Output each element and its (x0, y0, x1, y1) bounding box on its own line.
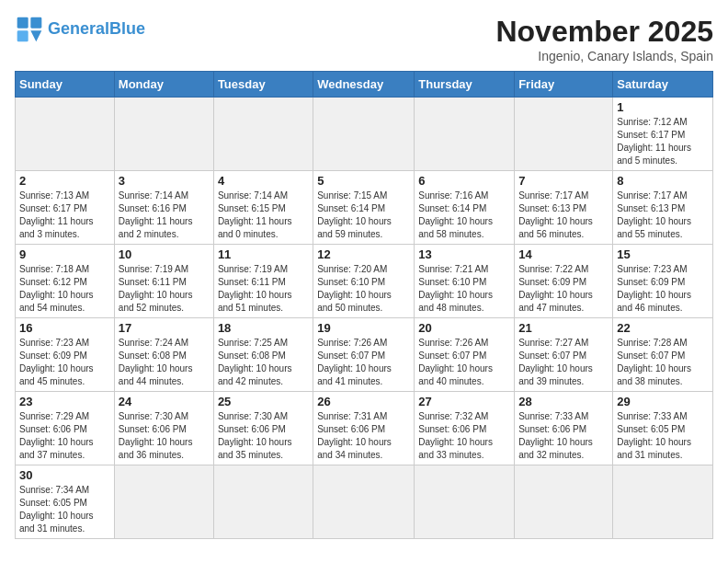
month-title: November 2025 (495, 15, 713, 49)
calendar-cell: 6Sunrise: 7:16 AM Sunset: 6:14 PM Daylig… (415, 171, 515, 245)
day-number: 18 (218, 321, 309, 335)
day-number: 2 (19, 174, 110, 188)
day-info: Sunrise: 7:26 AM Sunset: 6:07 PM Dayligh… (418, 337, 510, 388)
day-info: Sunrise: 7:17 AM Sunset: 6:13 PM Dayligh… (518, 190, 609, 241)
calendar-cell: 8Sunrise: 7:17 AM Sunset: 6:13 PM Daylig… (613, 171, 713, 245)
day-number: 1 (617, 100, 709, 114)
day-number: 23 (19, 395, 110, 408)
calendar-header-friday: Friday (515, 72, 613, 98)
day-number: 25 (218, 395, 309, 408)
calendar-cell: 10Sunrise: 7:19 AM Sunset: 6:11 PM Dayli… (114, 245, 213, 318)
logo: GeneralBlue (15, 15, 145, 44)
calendar-cell: 23Sunrise: 7:29 AM Sunset: 6:06 PM Dayli… (16, 392, 115, 465)
day-info: Sunrise: 7:20 AM Sunset: 6:10 PM Dayligh… (317, 263, 410, 315)
day-number: 5 (317, 174, 410, 188)
svg-rect-1 (30, 17, 41, 29)
day-info: Sunrise: 7:26 AM Sunset: 6:07 PM Dayligh… (317, 337, 410, 388)
day-info: Sunrise: 7:33 AM Sunset: 6:05 PM Dayligh… (617, 410, 709, 462)
calendar-header-tuesday: Tuesday (213, 72, 313, 98)
calendar-cell: 14Sunrise: 7:22 AM Sunset: 6:09 PM Dayli… (515, 245, 613, 318)
calendar-cell: 4Sunrise: 7:14 AM Sunset: 6:15 PM Daylig… (213, 171, 313, 245)
day-info: Sunrise: 7:34 AM Sunset: 6:05 PM Dayligh… (19, 484, 110, 535)
calendar-cell: 16Sunrise: 7:23 AM Sunset: 6:09 PM Dayli… (16, 318, 115, 392)
day-number: 11 (218, 247, 309, 261)
location: Ingenio, Canary Islands, Spain (495, 49, 713, 63)
calendar-cell: 1Sunrise: 7:12 AM Sunset: 6:17 PM Daylig… (613, 98, 713, 171)
calendar-cell: 17Sunrise: 7:24 AM Sunset: 6:08 PM Dayli… (114, 318, 213, 392)
day-info: Sunrise: 7:23 AM Sunset: 6:09 PM Dayligh… (617, 263, 709, 315)
calendar-week-row: 1Sunrise: 7:12 AM Sunset: 6:17 PM Daylig… (16, 98, 713, 171)
header: GeneralBlue November 2025 Ingenio, Canar… (15, 15, 713, 63)
calendar-cell: 28Sunrise: 7:33 AM Sunset: 6:06 PM Dayli… (515, 392, 613, 465)
calendar-cell (515, 98, 613, 171)
general-blue-logo-icon (15, 15, 44, 44)
day-number: 28 (518, 395, 609, 408)
calendar-cell: 30Sunrise: 7:34 AM Sunset: 6:05 PM Dayli… (16, 465, 115, 539)
day-number: 26 (317, 395, 410, 408)
calendar-cell: 27Sunrise: 7:32 AM Sunset: 6:06 PM Dayli… (415, 392, 515, 465)
svg-rect-2 (17, 30, 28, 41)
day-info: Sunrise: 7:13 AM Sunset: 6:17 PM Dayligh… (19, 190, 110, 241)
day-number: 15 (617, 247, 709, 261)
calendar-cell: 15Sunrise: 7:23 AM Sunset: 6:09 PM Dayli… (613, 245, 713, 318)
calendar-cell: 29Sunrise: 7:33 AM Sunset: 6:05 PM Dayli… (613, 392, 713, 465)
title-section: November 2025 Ingenio, Canary Islands, S… (495, 15, 713, 63)
day-info: Sunrise: 7:25 AM Sunset: 6:08 PM Dayligh… (218, 337, 309, 388)
calendar-cell: 12Sunrise: 7:20 AM Sunset: 6:10 PM Dayli… (313, 245, 415, 318)
calendar-cell: 24Sunrise: 7:30 AM Sunset: 6:06 PM Dayli… (114, 392, 213, 465)
day-info: Sunrise: 7:28 AM Sunset: 6:07 PM Dayligh… (617, 337, 709, 388)
calendar-cell: 22Sunrise: 7:28 AM Sunset: 6:07 PM Dayli… (613, 318, 713, 392)
day-info: Sunrise: 7:22 AM Sunset: 6:09 PM Dayligh… (518, 263, 609, 315)
day-info: Sunrise: 7:18 AM Sunset: 6:12 PM Dayligh… (19, 263, 110, 315)
calendar-week-row: 2Sunrise: 7:13 AM Sunset: 6:17 PM Daylig… (16, 171, 713, 245)
day-info: Sunrise: 7:14 AM Sunset: 6:16 PM Dayligh… (119, 190, 210, 241)
day-info: Sunrise: 7:29 AM Sunset: 6:06 PM Dayligh… (19, 410, 110, 462)
day-number: 24 (119, 395, 210, 408)
calendar-header-wednesday: Wednesday (313, 72, 415, 98)
day-number: 6 (418, 174, 510, 188)
day-number: 9 (19, 247, 110, 261)
day-info: Sunrise: 7:19 AM Sunset: 6:11 PM Dayligh… (218, 263, 309, 315)
day-info: Sunrise: 7:31 AM Sunset: 6:06 PM Dayligh… (317, 410, 410, 462)
calendar-header-monday: Monday (114, 72, 213, 98)
day-info: Sunrise: 7:19 AM Sunset: 6:11 PM Dayligh… (119, 263, 210, 315)
calendar-cell: 21Sunrise: 7:27 AM Sunset: 6:07 PM Dayli… (515, 318, 613, 392)
day-number: 30 (19, 468, 110, 482)
calendar-cell (415, 465, 515, 539)
calendar-table: SundayMondayTuesdayWednesdayThursdayFrid… (15, 71, 713, 539)
calendar-cell: 11Sunrise: 7:19 AM Sunset: 6:11 PM Dayli… (213, 245, 313, 318)
calendar-cell: 5Sunrise: 7:15 AM Sunset: 6:14 PM Daylig… (313, 171, 415, 245)
day-info: Sunrise: 7:24 AM Sunset: 6:08 PM Dayligh… (119, 337, 210, 388)
calendar-cell: 9Sunrise: 7:18 AM Sunset: 6:12 PM Daylig… (16, 245, 115, 318)
calendar-cell (213, 98, 313, 171)
calendar-cell (313, 465, 415, 539)
day-number: 7 (518, 174, 609, 188)
logo-blue: Blue (109, 19, 145, 38)
calendar-header-sunday: Sunday (16, 72, 115, 98)
calendar-week-row: 9Sunrise: 7:18 AM Sunset: 6:12 PM Daylig… (16, 245, 713, 318)
calendar-cell (213, 465, 313, 539)
svg-marker-3 (30, 30, 41, 41)
calendar-week-row: 16Sunrise: 7:23 AM Sunset: 6:09 PM Dayli… (16, 318, 713, 392)
day-number: 10 (119, 247, 210, 261)
day-number: 12 (317, 247, 410, 261)
logo-general: General (48, 19, 109, 38)
day-info: Sunrise: 7:21 AM Sunset: 6:10 PM Dayligh… (418, 263, 510, 315)
logo-text: GeneralBlue (48, 19, 145, 40)
calendar-cell: 7Sunrise: 7:17 AM Sunset: 6:13 PM Daylig… (515, 171, 613, 245)
calendar-week-row: 23Sunrise: 7:29 AM Sunset: 6:06 PM Dayli… (16, 392, 713, 465)
calendar-cell: 13Sunrise: 7:21 AM Sunset: 6:10 PM Dayli… (415, 245, 515, 318)
day-number: 29 (617, 395, 709, 408)
day-info: Sunrise: 7:32 AM Sunset: 6:06 PM Dayligh… (418, 410, 510, 462)
day-number: 4 (218, 174, 309, 188)
calendar-cell (114, 465, 213, 539)
day-info: Sunrise: 7:23 AM Sunset: 6:09 PM Dayligh… (19, 337, 110, 388)
day-info: Sunrise: 7:33 AM Sunset: 6:06 PM Dayligh… (518, 410, 609, 462)
day-info: Sunrise: 7:30 AM Sunset: 6:06 PM Dayligh… (218, 410, 309, 462)
day-info: Sunrise: 7:14 AM Sunset: 6:15 PM Dayligh… (218, 190, 309, 241)
calendar-cell: 25Sunrise: 7:30 AM Sunset: 6:06 PM Dayli… (213, 392, 313, 465)
calendar-cell (114, 98, 213, 171)
calendar-cell: 19Sunrise: 7:26 AM Sunset: 6:07 PM Dayli… (313, 318, 415, 392)
day-number: 20 (418, 321, 510, 335)
calendar-week-row: 30Sunrise: 7:34 AM Sunset: 6:05 PM Dayli… (16, 465, 713, 539)
